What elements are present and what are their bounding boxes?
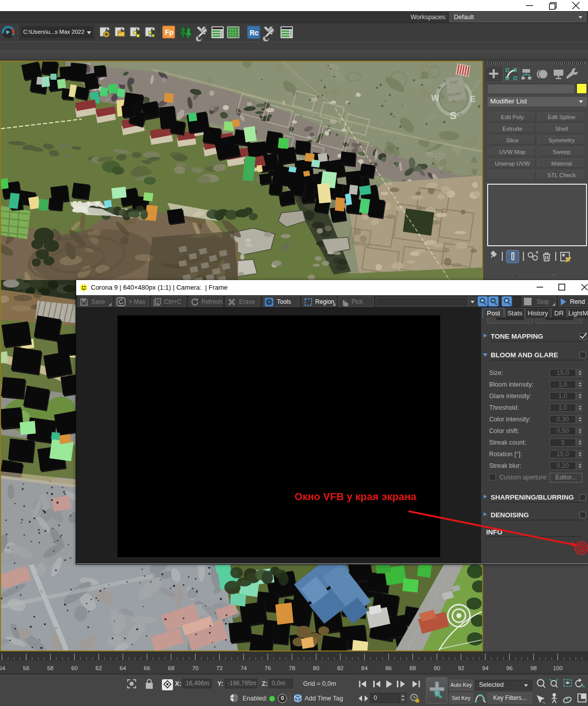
svg-text:74: 74: [241, 665, 247, 671]
svg-text:E: E: [470, 94, 476, 104]
svg-text:64: 64: [120, 665, 126, 671]
svg-text:90: 90: [434, 665, 440, 671]
svg-text:W: W: [431, 93, 440, 103]
svg-text:S: S: [450, 110, 456, 121]
svg-text:100: 100: [553, 665, 562, 671]
svg-text:76: 76: [265, 665, 271, 671]
svg-text:Rc: Rc: [250, 29, 259, 37]
svg-text:Fp: Fp: [165, 28, 173, 36]
svg-text:84: 84: [361, 665, 368, 671]
svg-text:80: 80: [313, 665, 320, 671]
svg-text:56: 56: [23, 665, 30, 671]
svg-text:78: 78: [289, 665, 296, 671]
svg-text:66: 66: [144, 665, 150, 671]
svg-text:86: 86: [385, 665, 392, 671]
svg-text:70: 70: [192, 665, 199, 671]
svg-text:68: 68: [168, 665, 174, 671]
svg-text:60: 60: [71, 665, 78, 671]
svg-text:98: 98: [531, 665, 537, 671]
svg-text:94: 94: [482, 665, 489, 671]
svg-text:C:\Users\u...s Max 2022: C:\Users\u...s Max 2022: [23, 29, 84, 35]
svg-text:96: 96: [506, 665, 513, 671]
svg-text:92: 92: [458, 665, 464, 671]
svg-text:72: 72: [216, 665, 223, 671]
svg-text:62: 62: [95, 665, 102, 671]
svg-text:58: 58: [47, 665, 53, 671]
svg-text:88: 88: [409, 665, 416, 671]
svg-text:54: 54: [0, 665, 6, 671]
svg-text:82: 82: [337, 665, 343, 671]
